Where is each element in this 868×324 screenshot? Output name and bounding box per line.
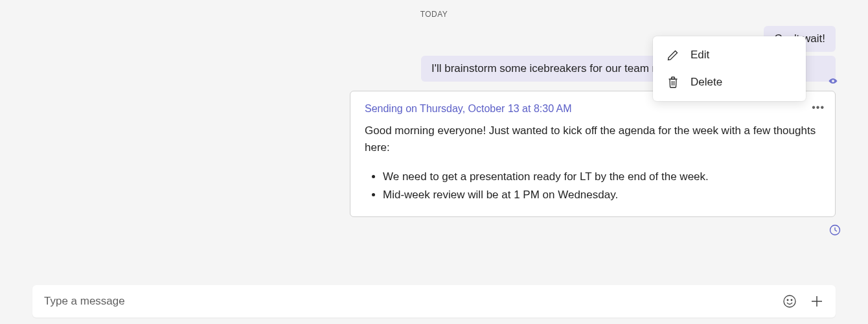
menu-item-label: Delete	[691, 76, 722, 89]
compose-actions	[782, 294, 824, 308]
menu-item-edit[interactable]: Edit	[653, 41, 806, 69]
svg-point-2	[787, 299, 788, 301]
date-divider: TODAY	[0, 0, 868, 26]
plus-icon[interactable]	[810, 294, 824, 308]
scheduled-message-body: Good morning everyone! Just wanted to ki…	[365, 122, 821, 203]
menu-item-delete[interactable]: Delete	[653, 69, 806, 96]
svg-point-3	[791, 299, 792, 301]
message-compose-box[interactable]: Type a message	[32, 285, 836, 318]
compose-input[interactable]: Type a message	[44, 295, 782, 308]
date-divider-label: TODAY	[420, 10, 448, 19]
trash-icon	[666, 75, 680, 89]
more-options-button[interactable]: •••	[812, 102, 825, 113]
list-item: We need to get a presentation ready for …	[383, 168, 821, 185]
scheduled-time-label: Sending on Thursday, October 13 at 8:30 …	[365, 103, 821, 115]
read-receipt-icon	[828, 76, 838, 89]
chat-area: TODAY Can't wait! I'll brainstorm some i…	[0, 0, 868, 324]
scheduled-message-card[interactable]: ••• Sending on Thursday, October 13 at 8…	[350, 91, 836, 217]
scheduled-bullet-list: We need to get a presentation ready for …	[365, 168, 821, 204]
emoji-icon[interactable]	[782, 294, 797, 308]
pencil-icon	[666, 48, 680, 62]
context-menu: Edit Delete	[653, 36, 806, 101]
scheduled-intro-text: Good morning everyone! Just wanted to ki…	[365, 122, 821, 157]
list-item: Mid-week review will be at 1 PM on Wedne…	[383, 187, 821, 203]
scheduled-icon	[829, 224, 841, 238]
svg-point-1	[784, 295, 795, 307]
menu-item-label: Edit	[691, 49, 709, 62]
